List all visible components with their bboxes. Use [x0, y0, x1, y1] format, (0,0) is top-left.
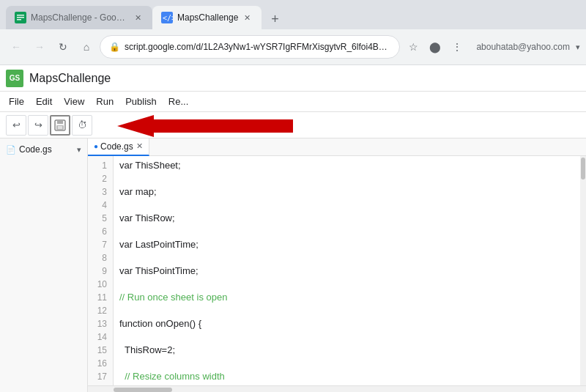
sidebar-file-code[interactable]: 📄 Code.gs ▾ [0, 141, 87, 158]
code-line: ThisRow=2; [119, 344, 574, 357]
reload-button[interactable]: ↻ [53, 37, 73, 57]
editor-body: 📄 Code.gs ▾ ● Code.gs ✕ 1234567891011121… [0, 138, 586, 392]
sidebar-file-label: Code.gs [19, 144, 52, 155]
editor-toolbar: ↩ ↪ ⏱ [0, 112, 586, 138]
bookmark-icon[interactable]: ☆ [403, 37, 423, 57]
tab-sheets[interactable]: MapsChallenge - Google Sheets ✕ [6, 6, 152, 29]
save-button[interactable] [50, 115, 70, 136]
code-line [119, 357, 574, 370]
code-line: // Run once sheet is open [119, 291, 574, 304]
tab-script-close[interactable]: ✕ [241, 12, 253, 23]
line-number: 17 [88, 370, 113, 383]
line-number: 3 [88, 185, 113, 199]
code-tab-bar: ● Code.gs ✕ [88, 138, 586, 156]
line-number: 14 [88, 330, 113, 344]
line-number: 13 [88, 317, 113, 330]
address-bar: ← → ↻ ⌂ 🔒 script.google.com/d/1L2A3yNw1-… [0, 29, 586, 64]
svg-rect-9 [58, 126, 62, 129]
browser-toolbar: ☆ ⬤ ⋮ [403, 37, 467, 57]
svg-rect-7 [57, 120, 63, 124]
line-number: 5 [88, 212, 113, 225]
code-tab-close[interactable]: ✕ [136, 141, 143, 151]
menu-resources[interactable]: Re... [163, 93, 194, 110]
svg-text:</>: </> [163, 14, 173, 22]
sidebar-file-dropdown[interactable]: ▾ [77, 145, 81, 155]
line-number: 9 [88, 265, 113, 278]
code-lines[interactable]: var ThisSheet;var map;var ThisRow;var La… [114, 156, 580, 385]
code-line: // Resize columns width [119, 370, 574, 383]
file-icon: 📄 [6, 145, 16, 155]
tab-sheets-label: MapsChallenge - Google Sheets [31, 12, 129, 23]
sidebar: 📄 Code.gs ▾ [0, 138, 88, 392]
code-line [119, 330, 574, 344]
menu-edit[interactable]: Edit [30, 93, 58, 110]
code-editor: ● Code.gs ✕ 1234567891011121314151617181… [88, 138, 586, 392]
svg-rect-2 [17, 17, 24, 18]
app-header: GS MapsChallenge [0, 65, 586, 92]
code-tab-label: Code.gs [100, 141, 133, 152]
line-number: 4 [88, 199, 113, 212]
code-line: var ThisPointTime; [119, 265, 574, 278]
script-favicon: </> [161, 12, 173, 23]
home-button[interactable]: ⌂ [76, 37, 97, 57]
svg-marker-10 [117, 115, 293, 137]
code-line: var ThisSheet; [119, 159, 574, 172]
code-line [119, 251, 574, 265]
line-numbers: 1234567891011121314151617181920212223242… [88, 156, 114, 385]
tab-script-label: MapsChallenge [177, 12, 238, 23]
code-tab-active[interactable]: ● Code.gs ✕ [88, 138, 149, 156]
line-number: 1 [88, 159, 113, 172]
app-logo: GS [6, 70, 23, 87]
menu-view[interactable]: View [58, 93, 90, 110]
user-email: abouhatab@yahoo.com [476, 42, 570, 52]
menu-run[interactable]: Run [90, 93, 119, 110]
scrollbar-horizontal[interactable] [88, 385, 586, 392]
code-content-area: 1234567891011121314151617181920212223242… [88, 156, 586, 385]
line-number: 8 [88, 251, 113, 265]
code-line [119, 199, 574, 212]
clock-button[interactable]: ⏱ [72, 115, 92, 136]
line-number: 12 [88, 304, 113, 317]
line-number: 15 [88, 344, 113, 357]
address-text: script.google.com/d/1L2A3yNw1-wYSR7IgRFM… [125, 42, 390, 52]
menu-publish[interactable]: Publish [119, 93, 163, 110]
line-number: 2 [88, 172, 113, 185]
scrollbar-thumb-h[interactable] [114, 388, 172, 392]
back-button[interactable]: ← [6, 37, 26, 57]
redo-button[interactable]: ↪ [28, 115, 48, 136]
line-number: 10 [88, 278, 113, 291]
menu-file[interactable]: File [3, 93, 30, 110]
tab-bar: MapsChallenge - Google Sheets ✕ </> Maps… [0, 0, 586, 29]
scrollbar-thumb-v[interactable] [581, 158, 585, 180]
code-line: var LastPointTime; [119, 238, 574, 251]
menu-dots-icon[interactable]: ⋮ [447, 37, 467, 57]
line-number: 16 [88, 357, 113, 370]
forward-button[interactable]: → [29, 37, 50, 57]
browser-chrome: MapsChallenge - Google Sheets ✕ </> Maps… [0, 0, 586, 65]
code-line: var ThisRow; [119, 212, 574, 225]
lock-icon: 🔒 [109, 42, 120, 52]
extensions-icon[interactable]: ⬤ [425, 37, 445, 57]
code-line: function onOpen() { [119, 317, 574, 330]
line-number: 7 [88, 238, 113, 251]
undo-button[interactable]: ↩ [6, 115, 26, 136]
tab-sheets-close[interactable]: ✕ [132, 12, 144, 23]
user-dropdown-icon[interactable]: ▾ [576, 42, 580, 52]
code-line [119, 304, 574, 317]
red-arrow-indicator [117, 115, 293, 139]
line-number: 6 [88, 225, 113, 238]
menu-bar: File Edit View Run Publish Re... [0, 92, 586, 112]
code-tab-dot: ● [94, 142, 98, 150]
tab-script[interactable]: </> MapsChallenge ✕ [152, 6, 262, 29]
svg-rect-1 [17, 15, 24, 16]
code-line [119, 172, 574, 185]
line-number: 11 [88, 291, 113, 304]
app-title: MapsChallenge [29, 72, 580, 85]
address-field[interactable]: 🔒 script.google.com/d/1L2A3yNw1-wYSR7IgR… [100, 35, 400, 59]
code-line: var map; [119, 185, 574, 199]
code-line [119, 225, 574, 238]
scrollbar-vertical[interactable] [580, 156, 586, 385]
code-line [119, 278, 574, 291]
new-tab-button[interactable]: + [264, 9, 285, 29]
sheets-favicon [15, 12, 26, 23]
